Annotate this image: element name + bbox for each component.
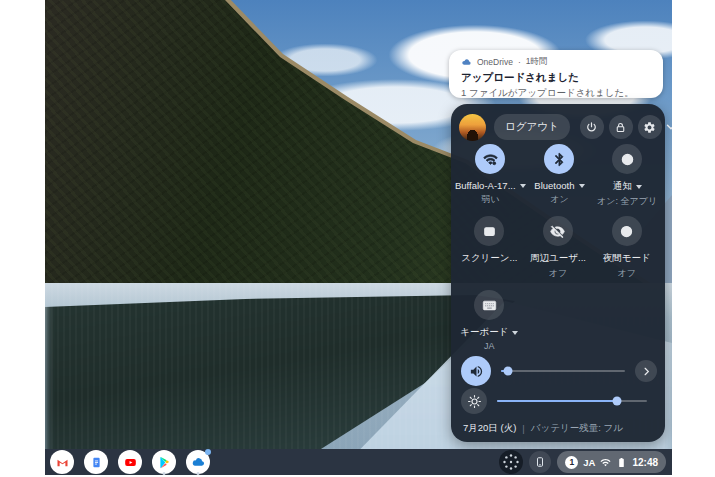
notification-app-name: OneDrive xyxy=(477,57,513,67)
tile-bluetooth[interactable]: Bluetooth オン xyxy=(526,144,594,208)
tile-night-mode-sublabel: オフ xyxy=(617,267,635,280)
keyboard-icon xyxy=(474,290,504,320)
dropdown-caret-icon xyxy=(636,185,642,189)
power-icon xyxy=(585,121,598,134)
tile-bluetooth-label: Bluetooth xyxy=(534,180,574,191)
tile-night-mode-label: 夜間モード xyxy=(603,252,651,265)
tiles-row-2: スクリーン... 周辺ユーザ... オフ 夜間モード オフ xyxy=(455,216,661,280)
collapse-panel-button[interactable] xyxy=(662,118,672,136)
volume-slider-thumb[interactable] xyxy=(504,367,513,376)
youtube-app-icon[interactable] xyxy=(117,449,143,475)
brightness-slider[interactable] xyxy=(497,400,647,402)
footer-divider: | xyxy=(522,423,524,434)
gmail-icon-disc xyxy=(50,450,74,474)
dial-pad-app-icon[interactable] xyxy=(499,450,523,474)
wifi-icon xyxy=(475,144,505,174)
speaker-icon xyxy=(469,364,484,379)
tile-nearby-visibility-sublabel: オフ xyxy=(549,267,567,280)
tile-nearby-visibility-label: 周辺ユーザ... xyxy=(530,252,586,265)
google-docs-app-icon[interactable] xyxy=(83,449,109,475)
volume-slider[interactable] xyxy=(501,370,625,372)
google-play-icon xyxy=(157,455,172,470)
tile-keyboard-sublabel: JA xyxy=(484,341,495,351)
phone-icon xyxy=(534,456,546,468)
brightness-icon xyxy=(467,394,482,409)
phone-hub-button[interactable] xyxy=(529,451,551,473)
ime-indicator: JA xyxy=(583,457,595,468)
tiles-row-3: キーボード JA xyxy=(455,290,661,351)
google-docs-icon xyxy=(89,455,104,470)
notification-body: 1 ファイルがアップロードされました。 xyxy=(461,87,651,100)
night-mode-icon xyxy=(612,216,642,246)
brightness-button[interactable] xyxy=(461,388,487,414)
tile-notifications-label: 通知 xyxy=(613,180,632,193)
battery-status-label: バッテリー残量: フル xyxy=(531,422,623,435)
status-tray[interactable]: 1 JA 12:48 xyxy=(557,451,666,473)
panel-footer: 7月20日 (火) | バッテリー残量: フル xyxy=(463,422,655,435)
brightness-slider-fill xyxy=(497,400,617,402)
tile-keyboard-label: キーボード xyxy=(460,326,508,339)
power-button[interactable] xyxy=(580,115,604,139)
dropdown-caret-icon xyxy=(579,184,585,188)
tile-keyboard[interactable]: キーボード JA xyxy=(455,290,524,351)
onedrive-cloud-icon xyxy=(461,57,472,68)
tile-network[interactable]: Buffalo-A-17... 弱い xyxy=(455,144,526,208)
notification-title: アップロードされました xyxy=(461,71,651,85)
tile-screen-capture-label: スクリーン... xyxy=(461,252,517,265)
google-play-app-icon[interactable] xyxy=(151,449,177,475)
logout-button[interactable]: ログアウト xyxy=(494,114,570,140)
shelf-status-area: 1 JA 12:48 xyxy=(499,450,672,474)
brightness-slider-thumb[interactable] xyxy=(613,397,622,406)
youtube-icon xyxy=(123,455,138,470)
tile-network-label: Buffalo-A-17... xyxy=(455,180,516,191)
clock-label: 12:48 xyxy=(632,457,658,468)
notification-count-badge: 1 xyxy=(565,456,578,469)
onedrive-notification-badge xyxy=(205,449,211,455)
brightness-row xyxy=(461,388,657,414)
do-not-disturb-icon xyxy=(612,144,642,174)
quick-settings-panel: ログアウト xyxy=(451,104,665,442)
tile-notifications-sublabel: オン: 全アプリ xyxy=(597,195,657,208)
user-avatar[interactable] xyxy=(459,114,486,141)
notification-time: 1時間 xyxy=(526,56,548,68)
gear-icon xyxy=(643,121,656,134)
desktop: OneDrive · 1時間 アップロードされました 1 ファイルがアップロード… xyxy=(45,0,672,475)
tile-nearby-visibility[interactable]: 周辺ユーザ... オフ xyxy=(524,216,593,280)
volume-mute-button[interactable] xyxy=(461,356,491,386)
dial-dots-icon xyxy=(499,450,523,474)
tile-notifications[interactable]: 通知 オン: 全アプリ xyxy=(593,144,661,208)
tile-screen-capture[interactable]: スクリーン... xyxy=(455,216,524,280)
running-indicator-dot xyxy=(163,472,166,475)
battery-status-icon xyxy=(616,457,627,468)
notification-card[interactable]: OneDrive · 1時間 アップロードされました 1 ファイルがアップロード… xyxy=(449,50,663,98)
notification-header: OneDrive · 1時間 xyxy=(461,56,651,68)
lock-icon xyxy=(614,121,627,134)
chevron-right-icon xyxy=(641,366,652,377)
running-indicator-dot xyxy=(197,472,200,475)
eye-off-icon xyxy=(543,216,573,246)
quick-settings-header: ログアウト xyxy=(459,112,657,142)
chevron-down-icon xyxy=(664,120,672,134)
tile-bluetooth-sublabel: オン xyxy=(550,193,568,206)
volume-row xyxy=(461,356,657,386)
tiles-row-1: Buffalo-A-17... 弱い Bluetooth オン 通知 オン: 全… xyxy=(455,144,661,208)
tile-network-sublabel: 弱い xyxy=(481,193,499,206)
shelf-app-list xyxy=(45,449,211,475)
bluetooth-icon xyxy=(544,144,574,174)
date-label: 7月20日 (火) xyxy=(463,422,516,435)
gmail-icon xyxy=(55,455,70,470)
audio-settings-button[interactable] xyxy=(635,360,657,382)
shelf: 1 JA 12:48 xyxy=(45,449,672,475)
lock-button[interactable] xyxy=(609,115,633,139)
header-buttons xyxy=(580,115,662,139)
settings-button[interactable] xyxy=(638,115,662,139)
youtube-icon-disc xyxy=(118,450,142,474)
screen-capture-icon xyxy=(474,216,504,246)
gmail-app-icon[interactable] xyxy=(49,449,75,475)
docs-icon-disc xyxy=(84,450,108,474)
play-icon-disc xyxy=(152,450,176,474)
wifi-status-icon xyxy=(600,457,611,468)
tile-night-mode[interactable]: 夜間モード オフ xyxy=(592,216,661,280)
dropdown-caret-icon xyxy=(512,331,518,335)
onedrive-app-icon[interactable] xyxy=(185,449,211,475)
